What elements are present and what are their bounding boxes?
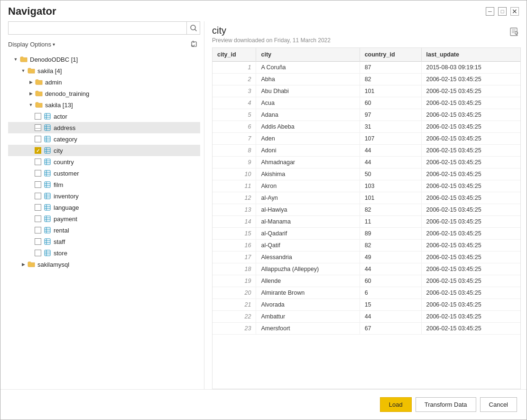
table-cell: 60: [360, 97, 421, 109]
tree-item-city[interactable]: city: [8, 145, 200, 156]
folder-icon-denodotraining: [35, 89, 43, 98]
table-row: 2Abha822006-02-15 03:45:25: [213, 74, 520, 85]
svg-rect-23: [45, 170, 50, 176]
table-cell: 2006-02-15 03:45:25: [421, 216, 520, 228]
checkbox-actor[interactable]: [35, 113, 41, 120]
tree-label-category: category: [54, 136, 77, 143]
table-cell: 6: [213, 121, 256, 133]
display-options-button[interactable]: Display Options ▾: [8, 41, 55, 48]
table-cell: 97: [360, 109, 421, 121]
table-row: 13al-Hawiya822006-02-15 03:45:25: [213, 204, 520, 216]
refresh-button[interactable]: [189, 38, 200, 50]
main-content: Display Options ▾ ▼: [0, 18, 527, 389]
tree-label-city: city: [54, 147, 63, 154]
tree-label-admin: admin: [45, 79, 62, 86]
tree-item-store[interactable]: store: [8, 247, 200, 259]
svg-rect-11: [45, 136, 50, 142]
svg-rect-35: [45, 205, 50, 210]
display-options-label: Display Options: [8, 41, 51, 48]
search-input[interactable]: [9, 25, 186, 32]
maximize-button[interactable]: □: [498, 7, 507, 16]
table-row: 1A Coruña872015-08-03 09:19:15: [213, 62, 520, 74]
table-cell: Allappuzha (Alleppey): [256, 263, 360, 275]
footer: Load Transform Data Cancel: [0, 389, 527, 420]
checkbox-payment[interactable]: [35, 215, 41, 222]
table-cell: 2006-02-15 03:45:25: [421, 240, 520, 252]
table-row: 3Abu Dhabi1012006-02-15 03:45:25: [213, 85, 520, 97]
table-cell: 2006-02-15 03:45:25: [421, 157, 520, 168]
tree-item-country[interactable]: country: [8, 156, 200, 168]
table-row: 22Ambattur442006-02-15 03:45:25: [213, 311, 520, 323]
preview-icon-button[interactable]: [508, 25, 521, 38]
tree-item-denodotraining[interactable]: ▶ denodo_training: [8, 88, 200, 99]
tree: ▼ DenodoODBC [1] ▼: [8, 54, 200, 389]
table-cell: 15: [213, 228, 256, 240]
tree-item-denodoodbc[interactable]: ▼ DenodoODBC [1]: [8, 54, 200, 65]
svg-rect-43: [45, 227, 50, 233]
tree-label-sakila13: sakila [13]: [45, 102, 73, 109]
load-button[interactable]: Load: [380, 397, 412, 412]
tree-item-admin[interactable]: ▶ admin: [8, 76, 200, 88]
tree-item-customer[interactable]: customer: [8, 168, 200, 179]
checkbox-inventory[interactable]: [35, 193, 41, 199]
tree-item-sakilamysql[interactable]: ▶ sakilamysql: [8, 259, 200, 270]
checkbox-category[interactable]: [35, 136, 41, 142]
tree-label-sakila4: sakila [4]: [37, 67, 62, 75]
table-cell: 2006-02-15 03:45:25: [421, 287, 520, 299]
tree-item-sakila4[interactable]: ▼ sakila [4]: [8, 65, 200, 76]
checkbox-address[interactable]: [35, 124, 41, 131]
col-header-last-update[interactable]: last_update: [421, 48, 520, 62]
minimize-button[interactable]: ─: [486, 7, 494, 16]
data-table-container: city_id city country_id last_update 1A C…: [212, 47, 521, 389]
tree-item-payment[interactable]: payment: [8, 213, 200, 224]
table-cell: 2006-02-15 03:45:25: [421, 133, 520, 145]
search-icon[interactable]: [186, 21, 200, 35]
table-icon-staff: [43, 237, 52, 246]
table-cell: 8: [213, 145, 256, 157]
table-cell: 2006-02-15 03:45:25: [421, 85, 520, 97]
checkbox-store[interactable]: [35, 250, 41, 256]
table-icon-category: [43, 135, 52, 143]
checkbox-rental[interactable]: [35, 227, 41, 233]
tree-item-inventory[interactable]: inventory: [8, 190, 200, 202]
cancel-button[interactable]: Cancel: [480, 397, 517, 412]
col-header-city-id[interactable]: city_id: [213, 48, 256, 62]
col-header-city[interactable]: city: [256, 48, 360, 62]
table-cell: 14: [213, 216, 256, 228]
col-header-country-id[interactable]: country_id: [360, 48, 421, 62]
table-icon-language: [43, 203, 52, 212]
tree-item-sakila13[interactable]: ▼ sakila [13]: [8, 99, 200, 111]
checkbox-staff[interactable]: [35, 238, 41, 245]
checkbox-customer[interactable]: [35, 170, 41, 177]
checkbox-language[interactable]: [35, 204, 41, 211]
tree-item-language[interactable]: language: [8, 202, 200, 213]
tree-label-inventory: inventory: [54, 193, 79, 200]
table-cell: 2006-02-15 03:45:25: [421, 168, 520, 180]
tree-item-actor[interactable]: actor: [8, 111, 200, 122]
table-row: 18Allappuzha (Alleppey)442006-02-15 03:4…: [213, 263, 520, 275]
tree-item-category[interactable]: category: [8, 133, 200, 145]
tree-item-film[interactable]: film: [8, 179, 200, 190]
table-icon-address: [43, 123, 52, 132]
tree-item-address[interactable]: address: [8, 122, 200, 133]
table-cell: 2006-02-15 03:45:25: [421, 299, 520, 311]
tree-item-rental[interactable]: rental: [8, 224, 200, 236]
checkbox-city[interactable]: [35, 147, 41, 154]
tree-item-staff[interactable]: staff: [8, 236, 200, 247]
table-row: 23Amersfoort672006-02-15 03:45:25: [213, 323, 520, 335]
table-cell: Ambattur: [256, 311, 360, 323]
data-table: city_id city country_id last_update 1A C…: [213, 48, 520, 335]
checkbox-film[interactable]: [35, 181, 41, 188]
table-cell: A Coruña: [256, 62, 360, 74]
preview-title: city: [212, 25, 331, 36]
table-cell: 2006-02-15 03:45:25: [421, 97, 520, 109]
table-cell: 31: [360, 121, 421, 133]
table-cell: 20: [213, 287, 256, 299]
close-button[interactable]: ✕: [510, 7, 519, 16]
checkbox-country[interactable]: [35, 159, 41, 165]
table-cell: 60: [360, 275, 421, 287]
transform-data-button[interactable]: Transform Data: [416, 397, 476, 412]
table-cell: al-Qadarif: [256, 228, 360, 240]
table-cell: 2006-02-15 03:45:25: [421, 74, 520, 85]
tree-label-address: address: [54, 124, 75, 131]
